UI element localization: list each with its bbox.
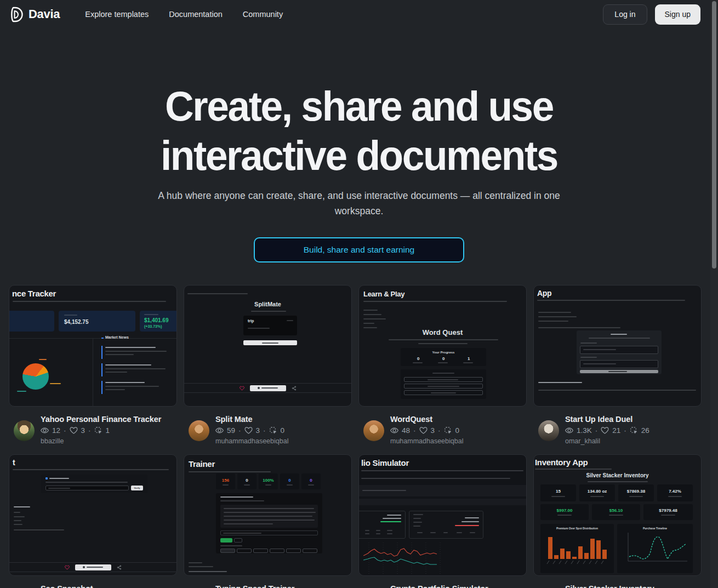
text-line <box>224 523 273 524</box>
card-thumbnail[interactable]: lio Simulator <box>358 454 527 576</box>
verify-button: Verify <box>131 487 143 489</box>
text-line <box>144 314 158 315</box>
card-title[interactable]: Crypto Portfolio Simulator <box>390 584 488 588</box>
nav-link-community[interactable]: Community <box>243 10 283 19</box>
card-thumbnail[interactable]: nce Tracker $4,152.75 $1,401.69 (+33.73%… <box>9 285 177 407</box>
text-line <box>538 316 577 317</box>
card-title[interactable]: Seo Snapshot <box>41 584 93 588</box>
stat-value: 15 <box>540 489 576 494</box>
avatar[interactable] <box>14 420 35 441</box>
template-grid: nce Tracker $4,152.75 $1,401.69 (+33.73%… <box>9 285 702 588</box>
card-title[interactable]: WordQuest <box>390 415 463 424</box>
text-line <box>537 300 685 301</box>
text-line <box>376 533 380 534</box>
text-line <box>365 533 369 534</box>
avatar[interactable] <box>363 420 384 441</box>
text-line <box>443 532 448 533</box>
login-button[interactable]: Log in <box>603 4 647 25</box>
text-line <box>14 520 21 521</box>
card-thumbnail[interactable]: t Verify <box>9 454 177 576</box>
card-thumbnail[interactable]: Trainer 156 0 100% 0 0 <box>184 454 352 576</box>
template-card[interactable]: SplitMate trip Split Mate 5 <box>184 285 352 454</box>
card-thumbnail[interactable]: Learn & Play Word Quest Your Progress 0 … <box>358 285 527 407</box>
text-line <box>376 530 380 531</box>
thumb-heading: t <box>13 458 15 467</box>
scrollbar-thumb[interactable] <box>712 1 716 269</box>
text-line <box>105 386 159 387</box>
hero-title: Create, share and use interactive docume… <box>0 82 718 180</box>
card-author[interactable]: muhammadhaseebiqbal <box>390 437 463 445</box>
text-line <box>224 512 316 513</box>
text-line <box>629 496 643 497</box>
thumb-heading: App <box>537 289 551 298</box>
avatar[interactable] <box>538 420 559 441</box>
text-line <box>287 484 293 486</box>
text-line <box>224 520 315 521</box>
text-line <box>189 562 202 563</box>
card-title[interactable]: Typing Speed Trainer <box>215 584 294 588</box>
card-author[interactable]: bbazille <box>41 437 161 445</box>
card-title[interactable]: Start Up Idea Duel <box>565 415 649 424</box>
heart-icon <box>240 386 244 391</box>
thumb-app-title: Word Quest <box>359 328 526 336</box>
thumb-footer <box>9 562 176 572</box>
likes-count: 3 <box>256 426 260 435</box>
news-title: Market News <box>105 335 129 339</box>
text-line <box>461 521 479 522</box>
likes-icon <box>70 426 78 435</box>
views-icon <box>41 426 49 435</box>
cta-button[interactable]: Build, share and start earning <box>254 237 464 262</box>
signup-button[interactable]: Sign up <box>655 4 700 25</box>
text-line <box>413 526 420 527</box>
heart-icon <box>65 565 70 570</box>
thumb-gain-pct: (+33.73%) <box>144 324 162 328</box>
text-line <box>418 343 468 344</box>
text-line <box>470 532 475 533</box>
template-card[interactable]: t Verify <box>9 454 177 588</box>
nav-link-documentation[interactable]: Documentation <box>169 10 223 19</box>
card-author[interactable]: omar_khalil <box>565 437 649 445</box>
card-title[interactable]: Split Mate <box>215 415 288 424</box>
text-line <box>17 391 26 392</box>
brand-name: Davia <box>29 7 60 21</box>
template-card[interactable]: Learn & Play Word Quest Your Progress 0 … <box>358 285 527 454</box>
views-icon <box>215 426 224 435</box>
likes-icon <box>419 426 428 435</box>
card-thumbnail[interactable]: App <box>533 285 702 407</box>
text-line <box>189 571 227 572</box>
template-card[interactable]: lio Simulator <box>358 454 527 588</box>
card-title[interactable]: Silver Stacker Inventory <box>565 584 654 588</box>
text-line <box>105 347 156 348</box>
stat-value: 7.42% <box>657 489 693 494</box>
thumb-heading: lio Simulator <box>361 458 409 467</box>
views-count: 59 <box>227 426 235 435</box>
progress-level: 1 <box>468 356 470 361</box>
hero-title-line1: Create, share and use <box>14 82 704 131</box>
card-thumbnail[interactable]: SplitMate trip <box>184 285 352 407</box>
template-card[interactable]: Trainer 156 0 100% 0 0 <box>184 454 352 588</box>
hero-subtitle: A hub where anyone can create, share, an… <box>145 188 573 219</box>
card-thumbnail[interactable]: Inventory App Silver Stacker Inventory 1… <box>533 454 702 576</box>
share-icon <box>117 565 122 570</box>
template-card[interactable]: nce Tracker $4,152.75 $1,401.69 (+33.73%… <box>9 285 177 454</box>
stat-value: 134.80 oz <box>579 489 615 494</box>
progress-score: 0 <box>417 356 419 361</box>
stat-value: 100% <box>259 478 278 483</box>
made-with-davia-pill <box>250 385 286 391</box>
card-author[interactable]: muhammadhaseebiqbal <box>215 437 288 445</box>
text-line <box>363 314 381 315</box>
top-nav: Davia Explore templates Documentation Co… <box>0 0 718 28</box>
brand[interactable]: Davia <box>9 6 60 23</box>
scrollbar[interactable] <box>710 0 718 588</box>
stat-value: $56.10 <box>592 508 640 513</box>
text-line <box>189 471 271 472</box>
avatar[interactable] <box>189 420 209 441</box>
nav-link-explore-templates[interactable]: Explore templates <box>85 10 149 19</box>
template-card[interactable]: App Start Up Idea Duel <box>533 285 702 454</box>
template-card[interactable]: Inventory App Silver Stacker Inventory 1… <box>533 454 702 588</box>
text-line <box>387 530 392 531</box>
text-line <box>387 533 392 534</box>
text-line <box>463 362 473 363</box>
text-line <box>220 496 253 498</box>
card-title[interactable]: Yahoo Personal Finance Tracker <box>41 415 161 424</box>
